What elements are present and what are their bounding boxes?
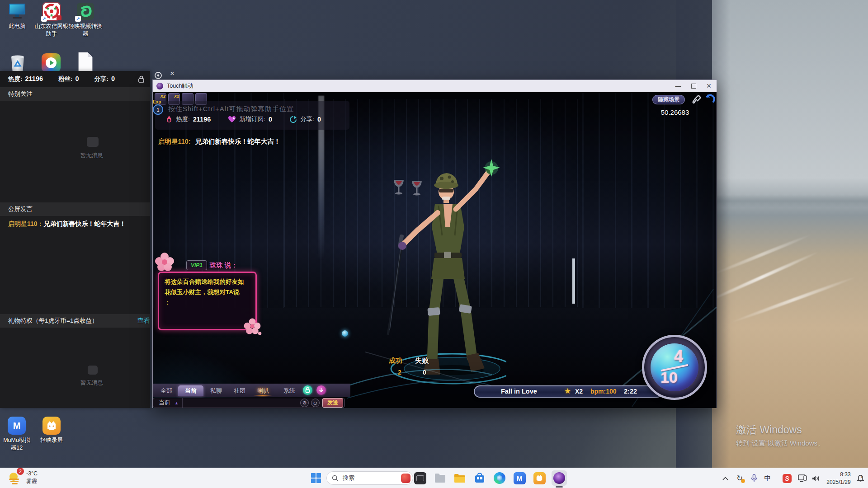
heat-value: 21196 <box>25 75 43 82</box>
share-icon <box>289 116 297 123</box>
vip-badge: VIP1 <box>186 260 207 270</box>
emoji-icon[interactable]: ☺ <box>311 399 320 407</box>
fans-value: 0 <box>75 75 79 82</box>
channel-label: 当前 <box>159 399 170 407</box>
tab-guild[interactable]: 社团 <box>229 385 250 396</box>
beach-photo <box>712 0 868 468</box>
tab-current[interactable]: 当前 <box>178 385 203 396</box>
weather-badge: 2 <box>17 468 24 475</box>
panel-stats-header: 热度:21196 粉丝:0 分享:0 <box>0 71 150 87</box>
tab-all[interactable]: 全部 <box>156 385 177 396</box>
tray-sogou-icon[interactable]: S <box>781 468 793 488</box>
desktop-icon-qingying-rec[interactable]: 轻映录屏 <box>30 417 73 444</box>
section-special-follow[interactable]: 特别关注 <box>0 87 150 101</box>
floating-orb <box>342 330 348 337</box>
score-swoosh <box>347 343 492 406</box>
share-label: 分享: <box>94 75 109 83</box>
lock-icon[interactable] <box>138 75 145 83</box>
document-icon <box>76 52 94 73</box>
activation-watermark-title: 激活 Windows <box>736 423 802 437</box>
tray-time: 8:33 <box>826 471 850 479</box>
tray-ime-indicator[interactable]: 中 <box>762 468 773 488</box>
colorful-app-icon <box>42 53 61 72</box>
send-button[interactable]: 发送 <box>322 398 343 408</box>
song-time: 2:22 <box>624 388 637 395</box>
close-button[interactable]: × <box>701 80 717 92</box>
song-bpm: bpm:100 <box>590 388 617 395</box>
view-link[interactable]: 查看 <box>137 317 150 325</box>
icon-label: 此电脑 <box>9 23 26 30</box>
share-label: 分享: <box>300 115 314 123</box>
taskbar-app-touch-active[interactable] <box>552 470 567 486</box>
chat-input[interactable] <box>183 398 300 408</box>
tray-clock[interactable]: 8:33 2025/1/29 <box>825 468 853 488</box>
success-value: 2 <box>398 369 401 376</box>
weather-temp: -3°C <box>26 469 38 478</box>
wrench-icon[interactable] <box>692 94 702 104</box>
tray-microphone-icon[interactable] <box>749 468 760 488</box>
heat-value: 21196 <box>193 116 211 123</box>
stream-stats-row: 热度:21196 新增订阅:0 分享:0 <box>165 115 321 123</box>
song-multiplier: X2 <box>575 388 583 395</box>
success-label: 成功 <box>389 357 402 365</box>
collapse-chat-button[interactable] <box>316 385 326 395</box>
chat-username[interactable]: 启明星110 <box>8 220 38 227</box>
app-icon <box>156 83 163 89</box>
song-name: Fall in Love <box>501 388 537 395</box>
taskbar-app-folder-gray[interactable] <box>432 470 448 486</box>
tab-system[interactable]: 系统 <box>278 385 300 396</box>
channel-selector[interactable]: 当前 ▲ <box>153 398 183 408</box>
taskbar-search-box[interactable]: 搜索 <box>326 471 413 485</box>
horizon <box>712 194 868 208</box>
minimize-button[interactable]: — <box>670 80 686 92</box>
desktop-icon-video-converter[interactable]: ↗ 轻映视频转换 器 <box>64 3 107 38</box>
activation-watermark-sub: 转到“设置”以激活 Windows。 <box>736 439 824 448</box>
game-window: Touch触动 — × <box>152 80 717 408</box>
chat-tabs-bar: 全部 当前 私聊 社团 喇叭 系统 <box>153 384 350 397</box>
taskbar: 2 -3°C 雾霾 搜索 <box>0 468 868 488</box>
fans-label: 粉丝: <box>58 75 73 83</box>
hide-scene-button[interactable]: 隐藏场景 <box>652 95 685 104</box>
streamer-assistant-panel: 热度:21196 粉丝:0 分享:0 特别关注 暂无消息 公屏发言 启明星110… <box>0 71 150 408</box>
taskbar-app-qingying[interactable] <box>532 470 547 486</box>
tray-display-icon[interactable] <box>797 468 808 488</box>
tray-sync-icon[interactable]: ↻ <box>733 468 746 488</box>
search-icon <box>332 475 339 482</box>
unlock-chat-button[interactable] <box>303 385 312 395</box>
shortcut-arrow-icon: ↗ <box>41 16 47 22</box>
icon-label: 助手 <box>46 31 57 37</box>
game-canvas[interactable]: X2 X2 Exp 1 按住Shift+Ctrl+Alt可拖动弹幕助手位置 热度… <box>153 92 717 408</box>
taskbar-app-store[interactable] <box>472 470 487 486</box>
undo-arrow-icon[interactable] <box>704 93 716 105</box>
taskbar-app-file-explorer[interactable] <box>452 470 467 486</box>
record-button[interactable] <box>154 71 162 80</box>
taskbar-weather[interactable]: 2 -3°C 雾霾 <box>6 469 38 486</box>
panel-close-button[interactable]: × <box>170 69 179 79</box>
empty-message-text: 暂无消息 <box>80 152 103 160</box>
tray-notification-bell-icon[interactable]: z <box>854 468 866 488</box>
fail-value: 0 <box>423 369 426 376</box>
clear-input-icon[interactable]: ⊘ <box>300 399 309 407</box>
empty-message-icon <box>87 137 99 147</box>
drag-hint-text: 按住Shift+Ctrl+Alt可拖动弹幕助手位置 <box>168 105 294 113</box>
taskbar-app-mumu[interactable]: M <box>512 470 527 486</box>
taskbar-app-dark[interactable] <box>412 470 428 486</box>
desktop-icon-pdf-app[interactable] <box>42 53 61 72</box>
channel-dropdown-icon: ▲ <box>175 401 179 405</box>
start-button[interactable] <box>308 470 324 486</box>
tray-chevron-icon[interactable] <box>720 468 731 488</box>
vip-line: 花似玉小财主，我想对TA说 <box>165 287 250 297</box>
tab-private[interactable]: 私聊 <box>205 385 227 396</box>
exp-label: Exp <box>153 99 161 104</box>
section-gift-privilege[interactable]: 礼物特权（每1虎牙币=1点收益） 查看 <box>0 314 150 328</box>
tray-volume-icon[interactable] <box>810 468 822 488</box>
subscribe-label: 新增订阅: <box>239 115 265 123</box>
taskbar-app-edge[interactable] <box>492 470 507 486</box>
game-titlebar[interactable]: Touch触动 — × <box>153 80 717 92</box>
maximize-button[interactable] <box>686 80 701 92</box>
chat-text: 兄弟们新春快乐！蛇年大吉！ <box>44 220 126 227</box>
stage-light-slit <box>572 258 575 304</box>
section-public-chat[interactable]: 公屏发言 <box>0 202 150 216</box>
round-counter[interactable]: 4 10 <box>642 335 707 400</box>
heat-label: 热度: <box>8 75 23 83</box>
